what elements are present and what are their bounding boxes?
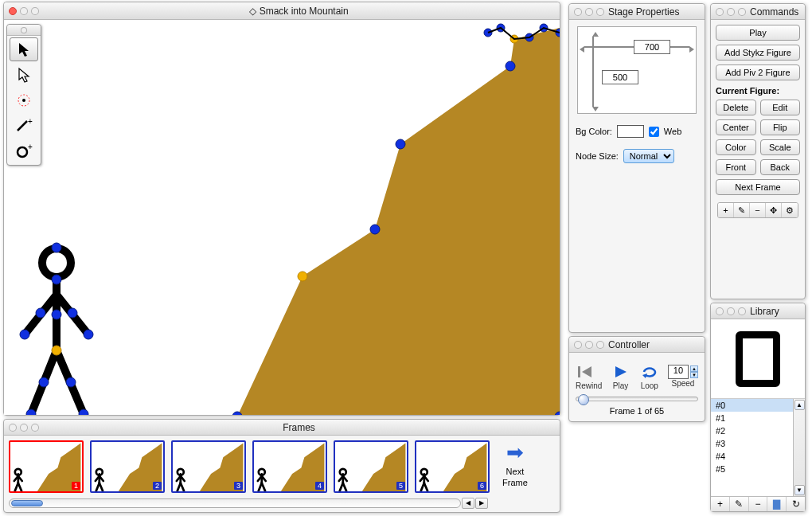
- scale-button[interactable]: Scale: [760, 139, 801, 155]
- add-stykz-figure-button[interactable]: Add Stykz Figure: [716, 45, 800, 61]
- frame-thumbnail[interactable]: 4: [252, 440, 327, 493]
- flip-button[interactable]: Flip: [760, 119, 801, 135]
- mountain-shape[interactable]: [211, 28, 560, 415]
- svg-point-9: [22, 99, 25, 102]
- polygon-node[interactable]: [370, 225, 380, 234]
- add-icon[interactable]: +: [718, 203, 734, 217]
- next-frame-button[interactable]: ➡ Next Frame: [502, 440, 528, 487]
- library-list[interactable]: #0#1#2#3#4#5: [711, 399, 793, 496]
- select-solid-tool[interactable]: [10, 37, 38, 61]
- rewind-button[interactable]: [576, 362, 596, 381]
- add-piv2-figure-button[interactable]: Add Piv 2 Figure: [716, 64, 800, 80]
- remove-icon[interactable]: −: [749, 497, 768, 511]
- scroll-right-icon[interactable]: ▶: [475, 498, 488, 509]
- frame-thumbnail[interactable]: 1: [9, 440, 84, 493]
- frames-scrollbar[interactable]: ◀ ▶: [9, 498, 488, 509]
- play-button[interactable]: Play: [716, 25, 800, 41]
- stick-figure[interactable]: [25, 248, 88, 414]
- edit-icon[interactable]: ✎: [734, 203, 750, 217]
- color-button[interactable]: Color: [716, 139, 756, 155]
- remove-icon[interactable]: −: [750, 203, 766, 217]
- panel-dot: [596, 8, 604, 16]
- frame-slider[interactable]: [576, 397, 698, 401]
- center-button[interactable]: Center: [716, 119, 756, 135]
- frame-thumbnail[interactable]: 6: [415, 440, 490, 493]
- polygon-origin-node[interactable]: [298, 272, 307, 281]
- loop-button[interactable]: [639, 362, 660, 381]
- refresh-icon[interactable]: ↻: [787, 497, 805, 511]
- bg-color-swatch[interactable]: [617, 125, 644, 138]
- figure-node[interactable]: [84, 330, 93, 339]
- close-icon[interactable]: [9, 7, 17, 15]
- library-item[interactable]: #4: [711, 450, 793, 463]
- library-shape-icon: [736, 331, 780, 387]
- stage-properties-panel: Stage Properties 700 500 Bg Color: Web N…: [568, 3, 705, 333]
- move-icon[interactable]: ✥: [766, 203, 782, 217]
- library-scrollbar[interactable]: ▲ ▼: [793, 399, 805, 496]
- library-item[interactable]: #1: [711, 412, 793, 424]
- stage-width-input[interactable]: 700: [634, 40, 670, 54]
- node-size-select[interactable]: Normal: [623, 149, 674, 163]
- speed-label: Speed: [668, 379, 698, 388]
- stage-canvas[interactable]: [4, 20, 560, 415]
- frame-number: 6: [478, 482, 486, 490]
- front-button[interactable]: Front: [716, 159, 756, 175]
- speed-input[interactable]: 10: [668, 365, 689, 379]
- library-item[interactable]: #2: [711, 424, 793, 437]
- figure-node[interactable]: [36, 308, 45, 318]
- polygon-node[interactable]: [506, 61, 515, 71]
- scroll-left-icon[interactable]: ◀: [462, 498, 474, 509]
- zoom-icon[interactable]: [31, 7, 39, 15]
- figure-node[interactable]: [66, 377, 76, 387]
- select-outline-tool[interactable]: [10, 63, 38, 87]
- scrollbar-thumb[interactable]: [11, 500, 43, 506]
- scroll-down-icon[interactable]: ▼: [794, 485, 805, 495]
- stage-height-input[interactable]: 500: [602, 70, 638, 84]
- panel-dot: [574, 341, 582, 349]
- figure-node[interactable]: [26, 409, 36, 415]
- scroll-up-icon[interactable]: ▲: [794, 400, 805, 410]
- add-icon[interactable]: +: [711, 497, 730, 511]
- frames-panel: Frames 1 2 3 4 5 6 ➡ Next Frame: [3, 419, 560, 513]
- svg-line-10: [18, 121, 27, 131]
- next-frame-button[interactable]: Next Frame: [716, 179, 800, 195]
- frame-thumbnail[interactable]: 5: [334, 440, 408, 493]
- folder-icon[interactable]: ▇: [767, 497, 787, 511]
- panel-dot: [9, 424, 17, 432]
- figure-node[interactable]: [39, 377, 49, 387]
- library-item[interactable]: #5: [711, 463, 793, 475]
- figure-node[interactable]: [20, 330, 29, 339]
- edit-icon[interactable]: ✎: [730, 497, 749, 511]
- back-button[interactable]: Back: [760, 159, 801, 175]
- web-color-checkbox[interactable]: [649, 127, 659, 137]
- add-line-tool[interactable]: +: [10, 114, 38, 138]
- svg-text:+: +: [28, 143, 33, 151]
- edit-button[interactable]: Edit: [760, 100, 801, 115]
- library-toolstrip: + ✎ − ▇ ↻: [711, 496, 805, 511]
- play-button[interactable]: [611, 362, 631, 381]
- figure-node[interactable]: [52, 243, 61, 252]
- delete-button[interactable]: Delete: [716, 100, 756, 115]
- figure-origin-node[interactable]: [52, 346, 61, 355]
- polygon-node[interactable]: [396, 139, 405, 149]
- svg-rect-14: [578, 366, 580, 377]
- add-circle-tool[interactable]: +: [10, 139, 38, 163]
- frame-thumbnail[interactable]: 3: [171, 440, 246, 493]
- speed-stepper[interactable]: ▲▼: [690, 366, 698, 378]
- gear-icon[interactable]: ⚙: [782, 203, 798, 217]
- figure-node[interactable]: [52, 275, 61, 284]
- library-item[interactable]: #3: [711, 437, 793, 450]
- panel-title: Frames: [43, 422, 555, 433]
- commands-panel: Commands Play Add Stykz Figure Add Piv 2…: [710, 3, 806, 299]
- target-tool[interactable]: [10, 88, 38, 112]
- frame-thumbnail[interactable]: 2: [90, 440, 165, 493]
- figure-node[interactable]: [79, 409, 88, 415]
- slider-thumb[interactable]: [578, 394, 589, 405]
- library-item[interactable]: #0: [711, 399, 793, 412]
- toolbox: + +: [6, 24, 41, 166]
- frame-number: 2: [153, 482, 162, 490]
- minimize-icon[interactable]: [20, 7, 28, 15]
- figure-node[interactable]: [68, 308, 77, 318]
- figure-node[interactable]: [52, 310, 61, 319]
- controller-panel: Controller Rewind Play Loop: [568, 336, 705, 422]
